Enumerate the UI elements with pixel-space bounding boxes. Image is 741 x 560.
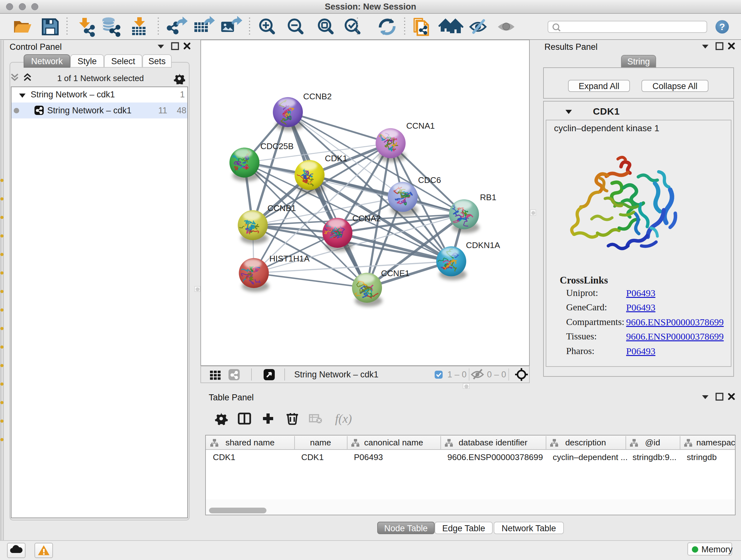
svg-text:CCNB2: CCNB2 xyxy=(303,91,332,101)
svg-text:CCNE1: CCNE1 xyxy=(381,268,409,278)
svg-text:HIST1H1A: HIST1H1A xyxy=(269,254,310,263)
svg-text:CDC25B: CDC25B xyxy=(260,141,293,151)
svg-text:CDK1: CDK1 xyxy=(325,153,347,163)
svg-text:String Network – cdk1: String Network – cdk1 xyxy=(294,370,379,379)
svg-text:CDKN1A: CDKN1A xyxy=(466,240,500,250)
svg-text:1 – 0: 1 – 0 xyxy=(448,370,467,379)
svg-text:CCNA2: CCNA2 xyxy=(352,213,381,223)
svg-text:f(x): f(x) xyxy=(335,412,352,426)
svg-text:RB1: RB1 xyxy=(480,192,496,202)
svg-text:CCNA1: CCNA1 xyxy=(406,121,434,131)
svg-text:CDC6: CDC6 xyxy=(418,175,441,185)
svg-text:CCNB1: CCNB1 xyxy=(267,203,296,213)
svg-text:0 – 0: 0 – 0 xyxy=(487,370,506,379)
